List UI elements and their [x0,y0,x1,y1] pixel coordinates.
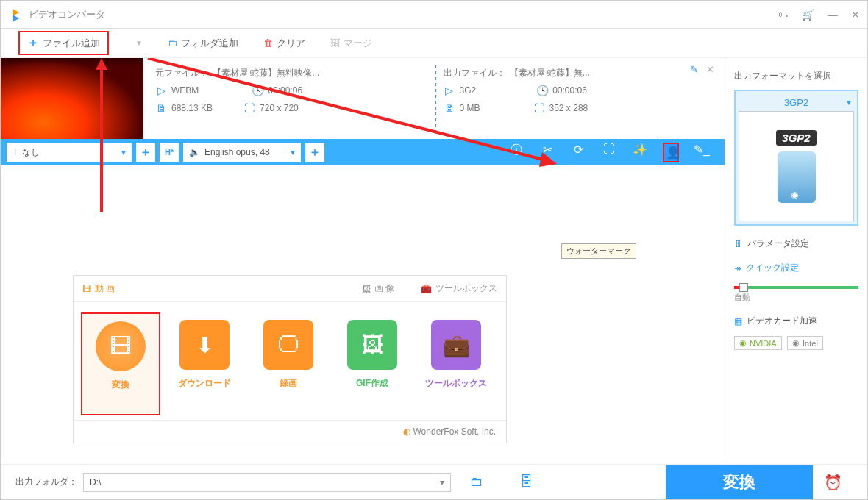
format-name: 3GP2 [739,94,854,111]
src-duration: 00:00:06 [268,85,302,96]
src-resolution: 720 x 720 [260,103,299,113]
tab-video[interactable]: 🎞動 画 [82,282,115,295]
out-resolution: 352 x 288 [549,103,588,113]
file-icon: 🗎 [155,102,167,114]
add-file-button[interactable]: ＋ ファイル追加 [18,31,109,55]
clock-icon: 🕓 [536,85,548,96]
image-icon: 🖼 [362,284,371,294]
key-icon[interactable]: 🗝 [778,9,789,21]
resolution-icon: ⛶ [533,102,545,114]
chevron-down-icon: ▾ [847,97,851,107]
chip-icon: ▦ [734,316,742,326]
output-file-name: 【素材屋 蛇藤】無... [510,67,590,79]
output-folder-label: 出力フォルダ： [15,476,77,488]
card-record-label: 録画 [249,377,328,390]
clear-button[interactable]: 🗑 クリア [263,37,305,50]
cart-icon[interactable]: 🛒 [802,9,814,21]
title-bar: ビデオコンバータ 🗝 🛒 — ✕ [1,1,867,29]
file-row: 元ファイル： 【素材屋 蛇藤】無料映像... ▷WEBM🕓00:00:06 🗎6… [1,58,725,139]
param-settings-button[interactable]: 🎚パラメータ設定 [734,238,858,250]
video-icon: 🎞 [82,284,91,294]
video-thumbnail[interactable] [1,58,143,139]
app-logo-icon [8,7,23,22]
card-toolbox-label: ツールボックス [416,377,496,390]
output-file-label: 出力ファイル： [444,67,505,79]
card-convert[interactable]: 🎞 変換 [81,312,160,415]
device-icon [778,151,816,203]
card-gif[interactable]: 🖼 GIF作成 [332,312,412,415]
watermark-tooltip: ウォーターマーク [561,243,636,259]
card-download-label: ダウンロード [165,377,244,390]
add-subtitle-button[interactable]: ＋ [136,143,155,162]
app-title: ビデオコンバータ [29,8,105,21]
merge-icon: 🖽 [330,38,340,49]
format-badge: 3GP2 [776,130,816,146]
remove-icon[interactable]: ✕ [706,64,714,75]
output-path-dropdown[interactable]: D:\ ▾ [83,473,451,492]
merge-button[interactable]: 🖽 マージ [330,37,372,50]
play-icon: ▷ [444,85,455,96]
category-panel: 🎞動 画 🖼画 像 🧰ツールボックス 🎞 変換 ⬇ ダウンロード 🖵 録画 [73,275,507,443]
sliders-icon: 🎚 [734,239,743,249]
tab-image[interactable]: 🖼画 像 [362,282,394,295]
effects-icon[interactable]: ✨ [632,143,648,162]
add-folder-label: フォルダ追加 [181,37,238,50]
card-gif-label: GIF作成 [332,377,412,390]
record-icon: 🖵 [263,320,313,370]
gif-icon: 🖼 [347,320,397,370]
play-icon: ▷ [155,85,167,96]
edit-icon[interactable]: ✎ [690,64,698,75]
card-record[interactable]: 🖵 録画 [249,312,328,415]
arrow-right-icon: ↠ [734,263,741,274]
gpu-accel-button[interactable]: ▦ビデオカード加速 [734,315,858,327]
action-bar: T なし ▾ ＋ H* 🔈 English opus, 48 ▾ ＋ ⓘ ✂ ⟳… [1,139,725,165]
audio-value: English opus, 48 [204,147,270,157]
nvidia-chip[interactable]: ◉ NVIDIA [734,336,782,350]
edit-tool-icon[interactable]: ✎_ [694,143,710,162]
download-icon: ⬇ [179,320,230,370]
brand-footer: ◐WonderFox Soft, Inc. [74,420,506,443]
convert-button[interactable]: 変換 [666,465,813,500]
toolbar: ＋ ファイル追加 ▼ 🗀 フォルダ追加 🗑 クリア 🖽 マージ [1,29,867,58]
crop-icon[interactable]: ⛶ [601,143,617,162]
quality-slider[interactable] [734,286,858,289]
rotate-icon[interactable]: ⟳ [570,143,586,162]
subtitle-t-icon: T [13,147,18,157]
tab-toolbox[interactable]: 🧰ツールボックス [421,282,497,295]
format-preview: 3GP2 [739,111,854,221]
card-download[interactable]: ⬇ ダウンロード [165,312,244,415]
chevron-down-icon[interactable]: ▼ [135,39,143,47]
card-convert-label: 変換 [82,379,159,391]
audio-dropdown[interactable]: 🔈 English opus, 48 ▾ [183,143,301,162]
chevron-down-icon: ▾ [440,477,444,488]
add-folder-button[interactable]: 🗀 フォルダ追加 [168,37,238,50]
subtitle-value: なし [22,146,40,159]
toolbox-card-icon: 💼 [431,320,481,370]
out-duration: 00:00:06 [552,85,587,96]
watermark-button[interactable]: 👤 [663,143,679,162]
open-folder-icon[interactable]: 🗀 [470,474,483,490]
trash-icon: 🗑 [263,38,273,49]
output-format-title: 出力フォーマットを選択 [734,65,858,90]
src-size: 688.13 KB [171,103,213,113]
merge-label: マージ [344,37,372,50]
add-audio-button[interactable]: ＋ [305,143,324,162]
hardcode-button[interactable]: H* [160,143,179,162]
close-button[interactable]: ✕ [851,9,860,21]
intel-chip[interactable]: ◉ Intel [787,336,823,350]
history-icon[interactable]: 🗄 [520,474,533,490]
alarm-icon[interactable]: ⏰ [813,474,853,491]
output-format-selector[interactable]: 3GP2 ▾ 3GP2 [734,90,858,226]
resolution-icon: ⛶ [243,102,255,114]
chevron-down-icon: ▾ [291,147,295,157]
info-icon[interactable]: ⓘ [508,143,524,162]
divider [435,65,436,136]
cut-icon[interactable]: ✂ [539,143,555,162]
right-panel: 出力フォーマットを選択 3GP2 ▾ 3GP2 🎚パラメータ設定 ↠クイック設定… [725,58,867,471]
bottom-bar: 出力フォルダ： D:\ ▾ 🗀 🗄 変換 ⏰ [1,464,867,499]
chevron-down-icon: ▾ [121,147,126,157]
minimize-button[interactable]: — [828,9,838,21]
slider-auto-label: 自動 [734,292,858,303]
subtitle-dropdown[interactable]: T なし ▾ [7,143,132,162]
card-toolbox[interactable]: 💼 ツールボックス [416,312,496,415]
